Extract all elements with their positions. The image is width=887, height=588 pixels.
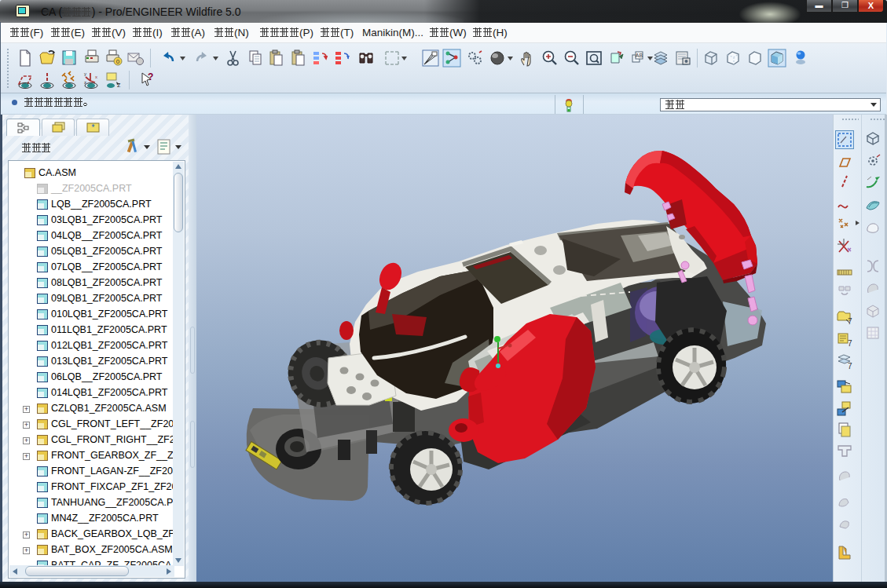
svg-text:y: y [84,71,86,76]
svg-text:0: 0 [116,58,120,65]
svg-text:*: * [92,123,95,132]
svg-text:z: z [117,81,121,89]
svg-text:?: ? [148,71,153,82]
svg-text:7: 7 [848,362,852,371]
svg-text:7: 7 [848,339,852,348]
svg-text:AB: AB [636,53,643,58]
svg-text:x: x [95,75,97,79]
